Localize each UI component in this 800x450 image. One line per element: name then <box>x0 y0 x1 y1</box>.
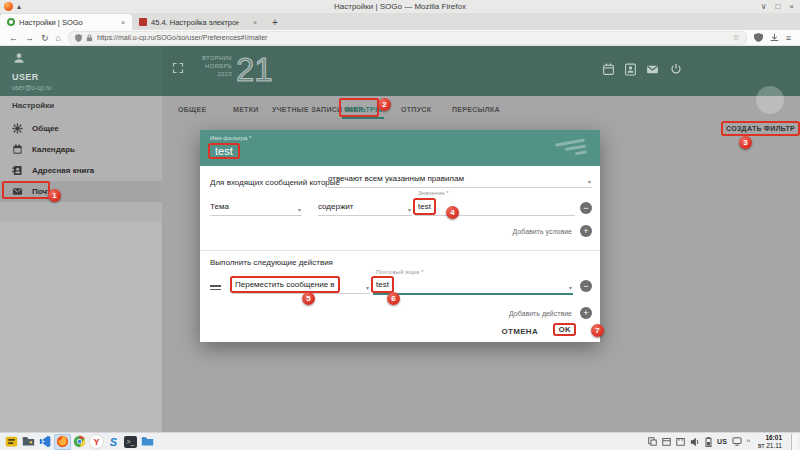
expand-icon[interactable] <box>172 62 184 74</box>
sidebar-item-calendar[interactable]: Календарь <box>0 139 162 160</box>
year-label: 2023 <box>190 70 232 78</box>
annotation-step-3: 3 <box>739 136 752 149</box>
archive-tray-icon[interactable] <box>662 437 671 446</box>
hamburger-menu-icon[interactable]: ≡ <box>786 30 791 46</box>
package-tray-icon[interactable] <box>676 437 685 446</box>
condition-operator-select[interactable]: содержит ▾ <box>318 200 412 216</box>
system-tray: US ^ 16:01 вт 21.11 <box>648 434 797 450</box>
remove-action-button[interactable]: − <box>580 280 592 292</box>
clock-date: вт 21.11 <box>758 442 782 450</box>
condition-value-input[interactable]: test <box>415 200 575 216</box>
desktop-screen: ▴ Настройки | SOGo — Mozilla Firefox ∨ □… <box>0 0 800 450</box>
app-launcher-icon[interactable] <box>3 434 20 450</box>
chevron-down-icon: ▾ <box>366 285 369 291</box>
clock[interactable]: 16:01 вт 21.11 <box>758 434 782 449</box>
minus-icon: − <box>583 281 588 291</box>
window-badge-icon: ▴ <box>17 3 25 11</box>
close-icon[interactable]: × <box>789 2 794 11</box>
filter-name-input[interactable]: test <box>210 145 238 157</box>
mailbox-select[interactable]: test ▾ <box>373 278 573 295</box>
fab-button[interactable] <box>756 86 784 114</box>
sogo-header: ВТОРНИК НОЯБРЬ 2023 21 <box>162 46 800 96</box>
volume-icon[interactable] <box>690 437 700 447</box>
tab-labels[interactable]: МЕТКИ <box>233 106 259 113</box>
condition-field-select[interactable]: Тема ▾ <box>210 200 302 216</box>
clipboard-copy-icon[interactable] <box>648 437 657 446</box>
window-icons: ▴ <box>4 2 25 11</box>
tab-filters[interactable]: ФИЛЬТРЫ <box>344 106 382 113</box>
tab-close-icon[interactable]: × <box>253 19 257 26</box>
tab-close-icon[interactable]: × <box>121 19 125 26</box>
drag-handle-icon[interactable] <box>210 283 221 292</box>
browser-toolbar: ← → ↻ ⌂ https://mail.u-cp.ru/SOGo/so/use… <box>0 30 800 46</box>
add-action-button[interactable]: + <box>580 307 592 319</box>
sidebar-item-mail[interactable]: Почта <box>0 181 162 202</box>
show-desktop-button[interactable] <box>791 434 797 450</box>
reload-icon[interactable]: ↻ <box>41 30 49 46</box>
sidebar-item-label: Общее <box>32 124 59 133</box>
browser-tabbar: Настройки | SOGo × 45.4. Настройка элект… <box>0 13 800 30</box>
tray-expand-caret[interactable]: ^ <box>747 438 750 445</box>
firefox-icon[interactable] <box>54 434 71 450</box>
condition-field-value: Тема <box>210 202 229 211</box>
bookmark-star-icon[interactable]: ☆ <box>733 33 740 42</box>
sogo-app: USER user@u-cp.ru Настройки Общее Календ… <box>0 46 800 432</box>
tab-filters-label: ФИЛЬТРЫ <box>344 106 382 113</box>
download-icon[interactable] <box>770 33 779 42</box>
url-text: https://mail.u-cp.ru/SOGo/so/user/Prefer… <box>97 34 729 41</box>
browser-tab-docs[interactable]: 45.4. Настройка электронн × <box>132 14 264 30</box>
active-tab-underline <box>342 117 384 119</box>
file-manager-dark-icon[interactable] <box>20 434 37 450</box>
keyboard-layout-indicator[interactable]: US <box>717 438 727 445</box>
power-icon[interactable] <box>670 63 682 75</box>
code-editor-icon[interactable] <box>37 434 54 450</box>
sidebar-item-general[interactable]: Общее <box>0 118 162 139</box>
contacts-module-icon[interactable] <box>624 63 637 76</box>
ok-button[interactable]: OK <box>555 325 574 334</box>
mail-icon <box>12 186 23 197</box>
sidebar-lower-area <box>0 222 162 432</box>
chrome-icon[interactable] <box>71 434 88 450</box>
tab-vacation[interactable]: ОТПУСК <box>401 106 431 113</box>
add-condition-button[interactable]: + <box>580 225 592 237</box>
files-blue-icon[interactable] <box>139 434 156 450</box>
day-number: 21 <box>236 50 273 90</box>
browser-tab-sogo[interactable]: Настройки | SOGo × <box>0 14 132 30</box>
sidebar-item-addressbook[interactable]: Адресная книга <box>0 160 162 181</box>
cancel-button[interactable]: ОТМЕНА <box>502 327 538 336</box>
tab-forwarding[interactable]: ПЕРЕСЫЛКА <box>452 106 500 113</box>
action-type-value: Переместить сообщение в <box>232 278 338 291</box>
calendar-module-icon[interactable] <box>602 63 615 76</box>
forward-icon[interactable]: → <box>25 30 34 46</box>
create-filter-button[interactable]: СОЗДАТЬ ФИЛЬТР <box>723 123 798 134</box>
tab-label: Настройки | SOGo <box>19 18 83 27</box>
s-app-icon[interactable]: S <box>105 434 122 450</box>
window-title: Настройки | SOGo — Mozilla Firefox <box>334 2 466 11</box>
url-bar[interactable]: https://mail.u-cp.ru/SOGo/so/user/Prefer… <box>68 31 747 45</box>
battery-icon[interactable] <box>705 437 712 447</box>
address-book-icon <box>12 165 23 176</box>
remove-condition-button[interactable]: − <box>580 202 592 214</box>
new-tab-button[interactable]: + <box>272 17 278 30</box>
action-type-select[interactable]: Переместить сообщение в ▾ <box>232 278 370 294</box>
condition-operator-value: содержит <box>318 202 353 211</box>
taskbar: Y S >_ US ^ 16:01 вт 21.11 <box>0 432 800 450</box>
match-rule-select[interactable]: отвечают всем указанным правилам ▾ <box>328 172 592 188</box>
calendar-icon <box>12 144 23 155</box>
section-divider <box>200 250 600 251</box>
display-network-icon[interactable] <box>732 437 742 446</box>
terminal-icon[interactable]: >_ <box>122 434 139 450</box>
home-icon[interactable]: ⌂ <box>56 30 61 46</box>
extension-shield-icon[interactable] <box>754 33 763 42</box>
yandex-browser-icon[interactable]: Y <box>88 434 105 450</box>
sidebar-title: Настройки <box>12 101 54 110</box>
back-icon[interactable]: ← <box>9 30 18 46</box>
annotation-step-7: 7 <box>591 324 604 337</box>
mail-module-icon[interactable] <box>646 63 659 76</box>
user-email: user@u-cp.ru <box>12 84 162 91</box>
preferences-content: ОБЩЕЕ МЕТКИ УЧЕТНЫЕ ЗАПИСИ IMAP ФИЛЬТРЫ … <box>162 96 800 432</box>
chevron-down-icon: ▾ <box>298 207 301 213</box>
minimize-icon[interactable]: ∨ <box>761 2 767 11</box>
tab-general[interactable]: ОБЩЕЕ <box>178 106 206 113</box>
maximize-icon[interactable]: □ <box>775 2 780 11</box>
